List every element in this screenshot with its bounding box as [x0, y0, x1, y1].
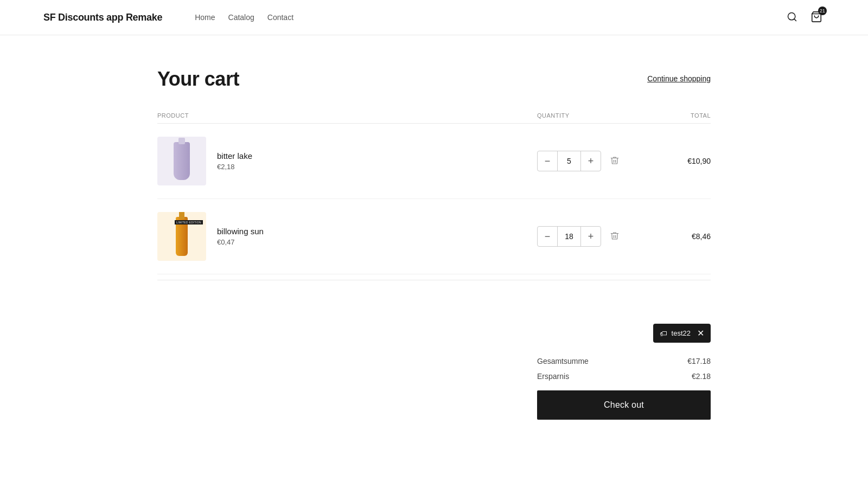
- summary-rows: Gesamtsumme €17.18 Ersparnis €2.18: [537, 354, 711, 384]
- gesamtsumme-row: Gesamtsumme €17.18: [537, 354, 711, 369]
- cart-divider: [157, 280, 711, 280]
- search-icon: [787, 11, 797, 22]
- ersparnis-value: €2.18: [692, 372, 711, 381]
- coupon-remove-button[interactable]: ✕: [697, 328, 704, 338]
- gesamtsumme-label: Gesamtsumme: [537, 357, 589, 365]
- item-product-1: LIMITED EDITION billowing sun €0,47: [157, 212, 537, 261]
- cart-button[interactable]: 21: [808, 9, 825, 27]
- coupon-code: test22: [672, 329, 691, 337]
- item-total-1: €8,46: [646, 232, 711, 241]
- qty-control-1: − 18 +: [537, 226, 601, 247]
- ersparnis-row: Ersparnis €2.18: [537, 369, 711, 384]
- item-price-0: €2,18: [217, 163, 252, 171]
- table-header: PRODUCT QUANTITY TOTAL: [157, 112, 711, 124]
- coupon-badge: 🏷 test22 ✕: [653, 324, 711, 343]
- checkout-button[interactable]: Check out: [537, 390, 711, 420]
- trash-icon-0: [610, 156, 620, 165]
- qty-value-0: 5: [557, 151, 581, 171]
- item-info-1: billowing sun €0,47: [217, 227, 264, 246]
- continue-shopping-link[interactable]: Continue shopping: [647, 74, 711, 83]
- svg-line-1: [794, 18, 796, 21]
- nav-links: Home Catalog Contact: [195, 13, 293, 22]
- navigation: SF Discounts app Remake Home Catalog Con…: [0, 0, 868, 35]
- item-info-0: bitter lake €2,18: [217, 151, 252, 171]
- trash-icon-1: [610, 231, 620, 241]
- qty-increase-0[interactable]: +: [581, 151, 601, 171]
- limited-edition-badge: LIMITED EDITION: [175, 220, 203, 224]
- item-image-0: [157, 137, 206, 185]
- gesamtsumme-value: €17.18: [687, 357, 711, 365]
- cart-item-0: bitter lake €2,18 − 5 + €10,90: [157, 124, 711, 199]
- cart-item-1: LIMITED EDITION billowing sun €0,47 − 18…: [157, 199, 711, 274]
- qty-decrease-0[interactable]: −: [538, 151, 557, 171]
- item-name-0: bitter lake: [217, 151, 252, 160]
- nav-contact[interactable]: Contact: [267, 13, 293, 22]
- item-image-1: LIMITED EDITION: [157, 212, 206, 261]
- item-total-0: €10,90: [646, 157, 711, 165]
- nav-home[interactable]: Home: [195, 13, 215, 22]
- product-tube-icon: [174, 142, 190, 180]
- main-content: Your cart Continue shopping PRODUCT QUAN…: [146, 35, 722, 474]
- qty-value-1: 18: [557, 227, 581, 246]
- col-total-header: TOTAL: [646, 112, 711, 119]
- brand-logo: SF Discounts app Remake: [43, 12, 162, 23]
- qty-control-0: − 5 +: [537, 151, 601, 171]
- ersparnis-label: Ersparnis: [537, 372, 569, 381]
- delete-item-1[interactable]: [608, 229, 622, 245]
- item-price-1: €0,47: [217, 238, 264, 246]
- col-product-header: PRODUCT: [157, 112, 537, 119]
- qty-increase-1[interactable]: +: [581, 227, 601, 246]
- summary-section: 🏷 test22 ✕ Gesamtsumme €17.18 Ersparnis …: [157, 324, 711, 420]
- item-quantity-1: − 18 +: [537, 226, 646, 247]
- coupon-icon: 🏷: [660, 329, 667, 338]
- col-quantity-header: QUANTITY: [537, 112, 646, 119]
- item-product-0: bitter lake €2,18: [157, 137, 537, 185]
- nav-icons: 21: [784, 9, 825, 27]
- cart-title: Your cart: [157, 68, 239, 91]
- search-button[interactable]: [784, 9, 800, 26]
- item-name-1: billowing sun: [217, 227, 264, 236]
- qty-decrease-1[interactable]: −: [538, 227, 557, 246]
- product-bottle-icon: LIMITED EDITION: [176, 217, 188, 256]
- nav-catalog[interactable]: Catalog: [228, 13, 254, 22]
- item-quantity-0: − 5 +: [537, 151, 646, 171]
- cart-header: Your cart Continue shopping: [157, 68, 711, 91]
- cart-badge: 21: [818, 7, 827, 15]
- delete-item-0[interactable]: [608, 153, 622, 169]
